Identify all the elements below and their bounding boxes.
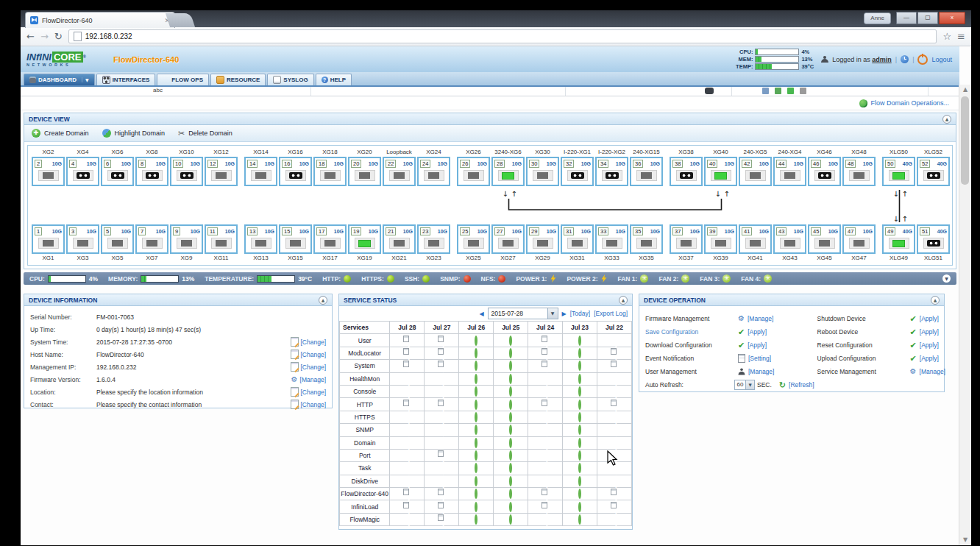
- port-group-xg8[interactable]: XG8810G: [135, 148, 168, 186]
- port-box[interactable]: 4940G: [882, 224, 915, 254]
- nav-tab-resource[interactable]: RESOURCE: [210, 74, 266, 85]
- scrollbar-thumb[interactable]: [961, 96, 969, 185]
- edit-icon[interactable]: [762, 88, 769, 94]
- nav-tab-dashboard[interactable]: DASHBOARD▼: [24, 74, 95, 85]
- operation-action-manage[interactable]: ⚙[Manage]: [910, 368, 945, 375]
- status-empty-icon[interactable]: [578, 463, 581, 473]
- port-group-xg15[interactable]: 1510GXG15: [279, 224, 312, 263]
- status-empty-icon[interactable]: [509, 336, 512, 346]
- port-box[interactable]: 2110G: [383, 224, 416, 254]
- port-box[interactable]: 3910G: [704, 224, 737, 254]
- browser-profile-button[interactable]: Anne: [864, 13, 891, 24]
- port-box[interactable]: 3710G: [670, 224, 703, 254]
- port-box[interactable]: 3610G: [630, 157, 663, 186]
- port-box[interactable]: 4510G: [808, 224, 841, 254]
- status-empty-icon[interactable]: [475, 361, 477, 371]
- flow-domain-operations-link[interactable]: Flow Domain Operations...: [870, 99, 949, 107]
- nav-dropdown-icon[interactable]: ▼: [82, 77, 89, 82]
- manage-link[interactable]: ⚙[Manage]: [291, 376, 326, 383]
- operation-action-apply[interactable]: ✔[Apply]: [910, 315, 939, 323]
- port-box[interactable]: 5040G: [882, 157, 915, 186]
- status-empty-icon[interactable]: [578, 514, 581, 525]
- port-group-loopback[interactable]: Loopback2210G: [383, 148, 416, 186]
- change-link[interactable]: [Change]: [291, 337, 327, 347]
- port-box[interactable]: 4010G: [704, 157, 737, 186]
- status-empty-icon[interactable]: [475, 502, 477, 512]
- port-box[interactable]: 2510G: [457, 224, 490, 254]
- port-box[interactable]: 1810G: [313, 157, 347, 186]
- status-empty-icon[interactable]: [475, 400, 477, 410]
- port-group-240-xg5[interactable]: 240-XG54210G: [739, 148, 772, 186]
- port-box[interactable]: 210G: [32, 157, 65, 186]
- window-minimize-button[interactable]: —: [896, 12, 917, 24]
- status-empty-icon[interactable]: [578, 400, 581, 410]
- port-box[interactable]: 2410G: [417, 157, 450, 186]
- status-empty-icon[interactable]: [475, 476, 477, 486]
- port-group-xg23[interactable]: 2310GXG23: [417, 224, 450, 263]
- port-box[interactable]: 4410G: [773, 157, 806, 186]
- port-box[interactable]: 2710G: [491, 224, 525, 254]
- change-link[interactable]: [Change]: [291, 400, 327, 409]
- status-empty-icon[interactable]: [475, 386, 477, 397]
- port-box[interactable]: 4110G: [739, 224, 772, 254]
- port-box[interactable]: 3110G: [561, 224, 594, 254]
- status-empty-icon[interactable]: [509, 386, 512, 397]
- date-picker[interactable]: 2015-07-28 ▼: [488, 308, 558, 319]
- port-box[interactable]: 410G: [66, 157, 99, 186]
- port-group-xg47[interactable]: 4710GXG47: [842, 224, 876, 263]
- port-group-xg25[interactable]: 2510GXG25: [457, 224, 490, 263]
- status-empty-icon[interactable]: [578, 476, 581, 486]
- port-group-xg19[interactable]: 1910GXG19: [348, 224, 381, 263]
- status-empty-icon[interactable]: [578, 412, 581, 422]
- operation-action-manage[interactable]: [Manage]: [738, 368, 774, 375]
- port-box[interactable]: 1910G: [348, 224, 381, 254]
- row-action-icon[interactable]: [705, 88, 714, 94]
- operation-action-apply[interactable]: ✔[Apply]: [738, 341, 767, 350]
- create-domain-button[interactable]: ✚Create Domain: [32, 129, 89, 138]
- port-group-xlg50[interactable]: XLG505040G: [882, 148, 915, 186]
- nav-tab-interfaces[interactable]: INTERFACES: [96, 74, 156, 85]
- port-group-xg11[interactable]: 1110GXG11: [205, 224, 238, 263]
- device-operation-collapse-button[interactable]: ▲: [931, 296, 940, 305]
- port-box[interactable]: 110G: [32, 224, 65, 254]
- scroll-up-icon[interactable]: ▲: [959, 85, 971, 95]
- port-group-240-xg15[interactable]: 240-XG153610G: [630, 148, 663, 186]
- port-group-xg31[interactable]: 3110GXG31: [561, 224, 594, 263]
- status-empty-icon[interactable]: [475, 412, 477, 422]
- window-close-button[interactable]: x: [939, 12, 965, 24]
- operation-action-setting[interactable]: [Setting]: [738, 354, 771, 363]
- port-group-xg39[interactable]: 3910GXG39: [704, 224, 737, 263]
- port-box[interactable]: 810G: [135, 157, 168, 186]
- port-box[interactable]: 4810G: [842, 157, 876, 186]
- port-box[interactable]: 3310G: [595, 224, 628, 254]
- status-empty-icon[interactable]: [509, 514, 512, 525]
- port-group-xg27[interactable]: 2710GXG27: [491, 224, 525, 263]
- port-group-xg40[interactable]: XG404010G: [704, 148, 737, 186]
- change-link[interactable]: [Change]: [291, 387, 327, 397]
- status-empty-icon[interactable]: [509, 476, 512, 486]
- clock-icon[interactable]: [901, 55, 909, 63]
- port-group-xg10[interactable]: XG101010G: [170, 148, 203, 186]
- port-box[interactable]: 2810G: [491, 157, 525, 186]
- port-group-xg30[interactable]: XG303010G: [526, 148, 559, 186]
- status-empty-icon[interactable]: [475, 514, 477, 525]
- port-box[interactable]: 1010G: [170, 157, 203, 186]
- port-group-xg33[interactable]: 3310GXG33: [595, 224, 628, 263]
- auto-refresh-select[interactable]: 60▼: [734, 380, 755, 390]
- port-box[interactable]: 710G: [135, 224, 168, 254]
- port-group-xlg51[interactable]: 5140GXLG51: [917, 224, 950, 263]
- delete-domain-button[interactable]: ✂Delete Domain: [178, 129, 232, 138]
- port-group-i-220-xg2[interactable]: I-220-XG23410G: [595, 148, 628, 186]
- status-empty-icon[interactable]: [509, 450, 512, 461]
- select-dropdown-icon[interactable]: ▼: [745, 380, 754, 389]
- menu-icon[interactable]: ≡: [957, 32, 965, 41]
- status-empty-icon[interactable]: [509, 489, 512, 499]
- status-empty-icon[interactable]: [475, 336, 477, 346]
- port-group-xg4[interactable]: XG4410G: [66, 148, 99, 186]
- change-link[interactable]: [Change]: [291, 350, 327, 359]
- bookmark-star-icon[interactable]: ☆: [942, 32, 951, 41]
- operation-action-manage[interactable]: ⚙[Manage]: [738, 315, 773, 322]
- forward-icon[interactable]: →: [40, 32, 49, 41]
- service-status-collapse-button[interactable]: ▲: [619, 296, 628, 305]
- status-empty-icon[interactable]: [475, 425, 477, 435]
